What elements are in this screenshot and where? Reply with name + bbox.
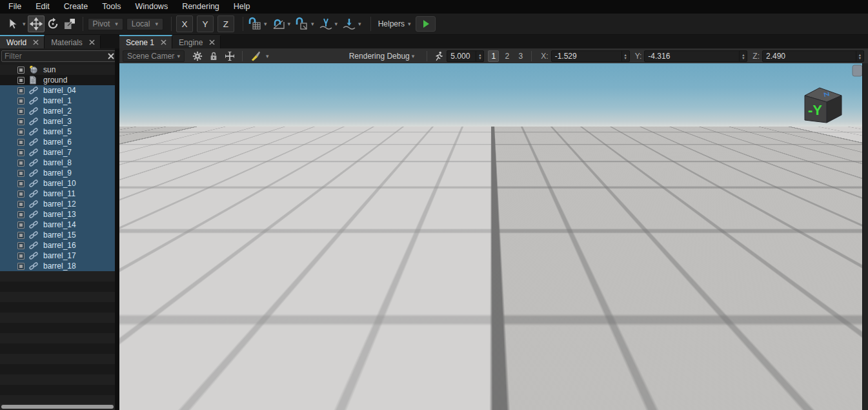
axis-z-button[interactable]: Z xyxy=(217,15,234,32)
filter-input[interactable] xyxy=(2,52,107,61)
barrel-3d[interactable] xyxy=(340,241,400,315)
visibility-checkbox[interactable] xyxy=(17,108,25,115)
chevron-down-icon[interactable]: ▾ xyxy=(264,21,267,27)
list-item-barrel-16[interactable]: barrel_16 xyxy=(0,240,115,251)
list-item-barrel-7[interactable]: barrel_7 xyxy=(0,147,115,158)
menu-help[interactable]: Help xyxy=(227,0,257,14)
scale-tool-button[interactable] xyxy=(61,15,78,32)
coord-input-y-[interactable]: -4.316▴▾ xyxy=(644,50,747,62)
stepper-arrows[interactable]: ▴▾ xyxy=(476,51,483,61)
nav-cube[interactable]: -YZ xyxy=(805,88,842,123)
chevron-down-icon[interactable]: ▾ xyxy=(335,21,338,27)
list-item-barrel-10[interactable]: barrel_10 xyxy=(0,178,115,189)
visibility-checkbox[interactable] xyxy=(17,139,25,146)
menu-create[interactable]: Create xyxy=(57,0,96,14)
horizontal-scrollbar[interactable] xyxy=(0,404,115,410)
list-item-barrel-3[interactable]: barrel_3 xyxy=(0,116,115,127)
chevron-down-icon[interactable]: ▾ xyxy=(288,21,291,27)
list-item-barrel-15[interactable]: barrel_15 xyxy=(0,230,115,240)
camera-settings-button[interactable] xyxy=(192,51,203,61)
axis-x-button[interactable]: X xyxy=(176,15,193,32)
visibility-checkbox[interactable] xyxy=(17,211,25,218)
space-selector[interactable]: Local▾ xyxy=(126,18,163,30)
close-icon[interactable] xyxy=(33,39,39,45)
speed-preset-2[interactable]: 2 xyxy=(501,50,512,62)
rendering-debug-selector[interactable]: Rendering Debug ▾ xyxy=(345,50,419,62)
stepper-arrows[interactable]: ▴▾ xyxy=(856,51,863,61)
chevron-down-icon[interactable]: ▾ xyxy=(266,53,269,59)
panel-splitter[interactable] xyxy=(115,48,119,410)
list-item-barrel-9[interactable]: barrel_9 xyxy=(0,168,115,178)
select-tool-button[interactable] xyxy=(4,15,21,32)
tab-materials[interactable]: Materials xyxy=(45,35,101,48)
visibility-checkbox[interactable] xyxy=(17,87,25,94)
gizmo-z-arrowhead[interactable] xyxy=(478,169,487,196)
coord-input-x-[interactable]: -1.529▴▾ xyxy=(551,50,630,62)
visibility-checkbox[interactable] xyxy=(17,252,25,260)
menu-tools[interactable]: Tools xyxy=(95,0,128,14)
snap-vertex-button[interactable]: ▾ xyxy=(319,17,340,31)
visibility-checkbox[interactable] xyxy=(17,232,25,239)
list-item-barrel-1[interactable]: barrel_1 xyxy=(0,96,115,106)
camera-speed-input[interactable]: 5.000 ▴▾ xyxy=(447,50,484,62)
snap-surface-button[interactable]: ▾ xyxy=(295,17,316,31)
menu-edit[interactable]: Edit xyxy=(28,0,57,14)
gizmo-y-handle[interactable] xyxy=(480,214,487,220)
menu-windows[interactable]: Windows xyxy=(128,0,175,14)
snap-grid-button[interactable]: ▾ xyxy=(248,17,269,31)
chevron-down-icon[interactable]: ▾ xyxy=(358,21,361,27)
tab-scene-1[interactable]: Scene 1 xyxy=(119,35,172,48)
axis-y-button[interactable]: Y xyxy=(197,15,214,32)
paint-tool-button[interactable] xyxy=(250,50,261,61)
close-icon[interactable] xyxy=(161,39,167,45)
list-item-barrel-2[interactable]: barrel_2 xyxy=(0,106,115,116)
list-item-barrel-12[interactable]: barrel_12 xyxy=(0,199,115,209)
tab-engine[interactable]: Engine xyxy=(172,35,221,48)
visibility-checkbox[interactable] xyxy=(17,263,25,270)
list-item-sun[interactable]: sun xyxy=(0,65,115,75)
menu-file[interactable]: File xyxy=(1,0,28,14)
tab-world[interactable]: World xyxy=(0,35,45,48)
stepper-arrows[interactable]: ▴▾ xyxy=(621,51,629,61)
drop-to-ground-button[interactable]: ▾ xyxy=(342,17,363,31)
stepper-arrows[interactable]: ▴▾ xyxy=(739,51,747,61)
visibility-checkbox[interactable] xyxy=(17,118,25,125)
visibility-checkbox[interactable] xyxy=(17,149,25,156)
list-item-barrel-17[interactable]: barrel_17 xyxy=(0,251,115,261)
visibility-checkbox[interactable] xyxy=(17,77,25,84)
speed-preset-3[interactable]: 3 xyxy=(515,50,526,62)
visibility-checkbox[interactable] xyxy=(17,190,25,198)
list-item-barrel-6[interactable]: barrel_6 xyxy=(0,137,115,147)
visibility-checkbox[interactable] xyxy=(17,159,25,167)
focus-button[interactable] xyxy=(225,51,235,61)
pivot-selector[interactable]: Pivot▾ xyxy=(88,18,123,30)
list-item-barrel-8[interactable]: barrel_8 xyxy=(0,158,115,168)
visibility-checkbox[interactable] xyxy=(17,180,25,187)
visibility-checkbox[interactable] xyxy=(17,201,25,208)
menu-rendering[interactable]: Rendering xyxy=(175,0,227,14)
viewport[interactable]: -YZ xyxy=(119,63,862,410)
helpers-menu[interactable]: Helpers xyxy=(378,19,405,28)
gizmo-x-axis[interactable] xyxy=(482,231,528,232)
visibility-checkbox[interactable] xyxy=(17,128,25,136)
list-item-barrel-18[interactable]: barrel_18 xyxy=(0,261,115,271)
barrel-3d[interactable] xyxy=(570,192,600,232)
list-item-barrel-14[interactable]: barrel_14 xyxy=(0,220,115,230)
play-button[interactable] xyxy=(416,16,436,32)
snap-angle-button[interactable]: ▾ xyxy=(272,17,293,31)
list-item-barrel-11[interactable]: barrel_11 xyxy=(0,189,115,199)
visibility-checkbox[interactable] xyxy=(17,221,25,229)
list-item-ground[interactable]: ground xyxy=(0,75,115,85)
select-tool-dropdown[interactable]: ▾ xyxy=(23,21,26,27)
coord-input-z-[interactable]: 2.490▴▾ xyxy=(762,50,864,62)
rotate-tool-button[interactable] xyxy=(45,15,61,32)
scrollbar-thumb[interactable] xyxy=(1,405,114,409)
visibility-checkbox[interactable] xyxy=(17,67,25,74)
list-item-barrel-13[interactable]: barrel_13 xyxy=(0,209,115,220)
list-item-barrel-5[interactable]: barrel_5 xyxy=(0,127,115,137)
barrel-3d[interactable] xyxy=(474,240,516,311)
chevron-down-icon[interactable]: ▾ xyxy=(408,21,411,27)
list-item-barrel-04[interactable]: barrel_04 xyxy=(0,85,115,96)
chevron-down-icon[interactable]: ▾ xyxy=(311,21,314,27)
visibility-checkbox[interactable] xyxy=(17,242,25,249)
